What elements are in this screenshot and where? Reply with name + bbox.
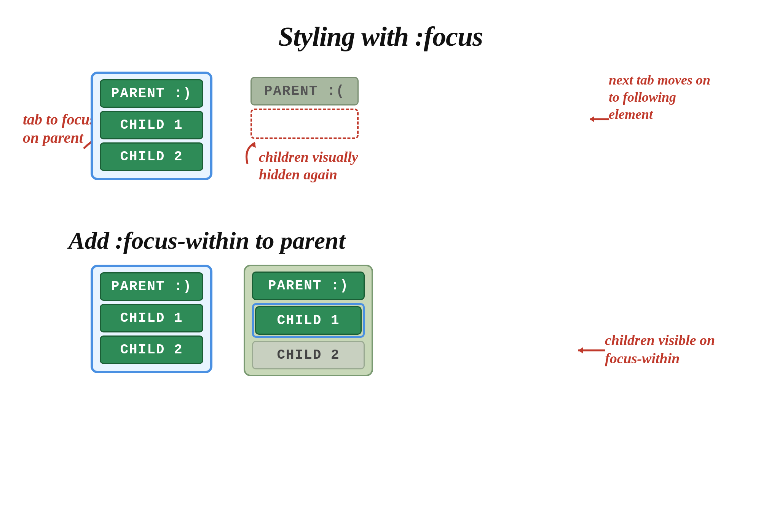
bottom-right-parent-box: PARENT :) (252, 272, 365, 300)
next-tab-arrow-icon (586, 112, 613, 127)
visible-arrow-icon (574, 343, 609, 358)
bottom-left-child1-box: CHILD 1 (100, 304, 203, 332)
bottom-left-diagram: PARENT :) CHILD 1 CHILD 2 (91, 265, 212, 373)
top-left-child1-box: CHILD 1 (100, 111, 203, 139)
page-title: Styling with :focus (278, 21, 483, 53)
bottom-right-diagram: PARENT :) CHILD 1 CHILD 2 (244, 265, 373, 376)
top-right-diagram: PARENT :( (244, 72, 365, 144)
top-left-diagram: PARENT :) CHILD 1 CHILD 2 (91, 72, 212, 180)
next-tab-annotation: next tab moves on to following element (609, 72, 723, 123)
hidden-arrow-icon (240, 137, 270, 168)
svg-marker-3 (578, 347, 583, 353)
bottom-right-child2-box: CHILD 2 (252, 341, 365, 369)
top-left-parent-box: PARENT :) (100, 79, 203, 108)
top-left-child2-box: CHILD 2 (100, 142, 203, 171)
bottom-left-child2-box: CHILD 2 (100, 335, 203, 364)
bottom-left-parent-box: PARENT :) (100, 272, 203, 301)
children-visible-annotation: children visible on focus-within (605, 331, 738, 367)
bottom-right-child1-focused: CHILD 1 (252, 303, 365, 338)
top-right-hidden-children (250, 109, 359, 139)
bottom-right-child1-box: CHILD 1 (255, 306, 362, 335)
svg-marker-1 (590, 116, 594, 122)
children-hidden-annotation: children visually hidden again (247, 149, 392, 183)
top-left-outer-box: PARENT :) CHILD 1 CHILD 2 (91, 72, 212, 180)
top-right-parent-box: PARENT :( (250, 77, 359, 105)
bottom-left-outer-box: PARENT :) CHILD 1 CHILD 2 (91, 265, 212, 373)
section-subtitle: Add :focus-within to parent (69, 227, 345, 255)
